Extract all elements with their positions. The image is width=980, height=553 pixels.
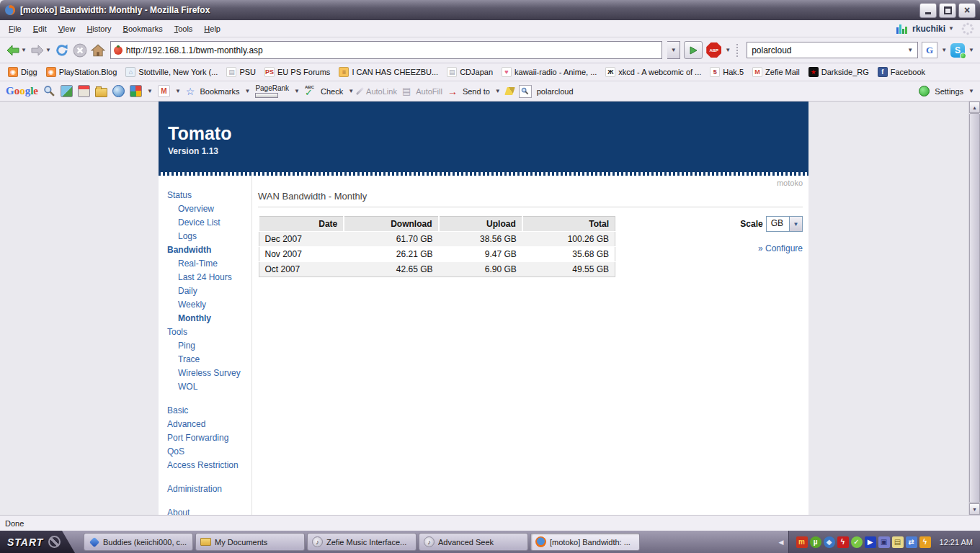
menu-item[interactable]: View	[53, 22, 81, 35]
menu-item[interactable]: File	[3, 22, 27, 35]
go-button[interactable]	[684, 41, 703, 59]
more-tools-dropdown[interactable]: ▼	[147, 88, 153, 94]
google-search-button[interactable]: G	[922, 42, 937, 58]
check-tray-icon[interactable]: ✓	[851, 536, 863, 548]
search-bar[interactable]: polarcloud ▼	[747, 42, 918, 58]
check-dropdown[interactable]: ▼	[348, 88, 354, 94]
url-bar[interactable]: http://192.168.1.1/bwm-monthly.asp	[110, 41, 662, 59]
sidebar-item[interactable]: Port Forwarding	[159, 431, 251, 445]
bookmark-item[interactable]: ≡ I CAN HAS CHEEZBU...	[335, 66, 442, 78]
utorrent-tray-icon[interactable]: µ	[810, 536, 821, 548]
sidebar-item[interactable]: Tools	[159, 325, 251, 339]
sidebar-item[interactable]: Wireless Survey	[159, 367, 251, 380]
bookmark-item[interactable]: ◉ PlayStation.Blog	[43, 66, 121, 78]
forward-button[interactable]: ▼	[30, 44, 51, 57]
search-icon[interactable]	[43, 85, 55, 97]
sidebar-item[interactable]: Monthly	[159, 312, 251, 325]
sidebar-item[interactable]: Real-Time	[159, 257, 251, 271]
sidebar-item[interactable]: WOL	[159, 380, 251, 394]
highlighter-icon[interactable]	[504, 87, 515, 95]
sendto-arrow-icon[interactable]: →	[447, 86, 458, 96]
taskbar-task-button[interactable]: Advanced Seek	[419, 533, 528, 551]
bolt-tray-icon[interactable]: ϟ	[919, 536, 931, 548]
taskbar-task-button[interactable]: [motoko] Bandwidth: ...	[530, 533, 640, 551]
minimize-button[interactable]	[919, 3, 937, 18]
sidebar-item[interactable]: Weekly	[159, 298, 251, 312]
spellcheck-icon[interactable]: ABC ✓	[305, 86, 316, 97]
scrollbar-thumb[interactable]	[969, 113, 980, 503]
url-dropdown-button[interactable]: ▼	[667, 41, 680, 59]
vertical-scrollbar[interactable]: ▲ ▼	[968, 102, 980, 515]
select-arrow-button[interactable]: ▼	[789, 217, 802, 231]
play-tray-icon[interactable]: ▶	[865, 536, 876, 548]
google-button-dropdown[interactable]: ▼	[941, 47, 947, 53]
taskbar-task-button[interactable]: Buddies (keiichi000, c...	[84, 533, 193, 551]
check-label[interactable]: Check	[321, 87, 343, 96]
monitor-tray-icon[interactable]: ▣	[878, 536, 890, 548]
mirc-tray-icon[interactable]: m	[796, 536, 808, 548]
bookmark-item[interactable]: ♥ kawaii-radio - Anime, ...	[498, 66, 600, 78]
groups-folder-icon[interactable]	[95, 88, 107, 97]
sync-tray-icon[interactable]: ⇄	[906, 536, 917, 548]
toolbar-grip[interactable]	[736, 44, 741, 57]
image-search-icon[interactable]	[61, 85, 73, 97]
bookmark-item[interactable]: ▤ PSU	[223, 66, 259, 78]
settings-dropdown[interactable]: ▼	[968, 88, 974, 94]
bookmarks-label[interactable]: Bookmarks	[200, 87, 239, 96]
gmail-icon[interactable]: M	[158, 85, 170, 97]
sendto-label[interactable]: Send to	[463, 87, 490, 96]
sidebar-item[interactable]: Administration	[159, 482, 251, 496]
sidebar-item[interactable]: Access Restriction	[159, 459, 251, 472]
bookmark-item[interactable]: PS EU PS Forums	[261, 66, 334, 78]
pointer-tray-icon[interactable]: ◆	[824, 536, 835, 548]
news-search-icon[interactable]	[78, 85, 90, 97]
bookmark-item[interactable]: ▤ CDJapan	[443, 66, 496, 78]
adblock-dropdown[interactable]: ▼	[725, 47, 731, 53]
menu-item[interactable]: Tools	[169, 22, 199, 35]
menu-item[interactable]: Help	[198, 22, 226, 35]
start-button[interactable]: START	[0, 531, 75, 553]
bookmark-item[interactable]: Ж xkcd - A webcomic of ...	[602, 66, 705, 78]
bookmark-item[interactable]: f Facebook	[874, 66, 929, 78]
scroll-down-button[interactable]: ▼	[969, 503, 980, 515]
menu-item[interactable]: History	[81, 22, 117, 35]
sidebar-item[interactable]: About	[159, 506, 251, 515]
reload-button[interactable]	[55, 43, 69, 58]
scroll-up-button[interactable]: ▲	[969, 102, 980, 113]
stop-button[interactable]	[73, 43, 87, 58]
search-dropdown[interactable]: ▼	[907, 47, 913, 53]
sidebar-item[interactable]: Trace	[159, 353, 251, 367]
skype-dropdown[interactable]: ▼	[968, 47, 974, 53]
search-input[interactable]: polarcloud	[752, 45, 907, 55]
sidebar-item[interactable]: Daily	[159, 284, 251, 298]
back-history-dropdown[interactable]: ▼	[21, 47, 27, 53]
forward-history-dropdown[interactable]: ▼	[45, 47, 51, 53]
tray-collapse-chevron[interactable]: ◀	[779, 539, 784, 546]
bookmark-item[interactable]: ★ Darkside_RG	[805, 66, 873, 78]
taskbar-task-button[interactable]: Zefie Music Interface...	[307, 533, 416, 551]
scale-select[interactable]: GB ▼	[766, 216, 803, 232]
skype-extension-icon[interactable]: S	[950, 43, 965, 58]
sidebar-item[interactable]: Logs	[159, 230, 251, 243]
lightning-tray-icon[interactable]: ϟ	[837, 536, 849, 548]
bookmark-item[interactable]: ◉ Digg	[4, 66, 41, 78]
settings-label[interactable]: Settings	[935, 87, 963, 96]
home-button[interactable]	[91, 43, 105, 58]
sidebar-item[interactable]: Device List	[159, 216, 251, 230]
doc-tray-icon[interactable]: ▤	[892, 536, 904, 548]
browse-icon[interactable]	[112, 85, 125, 97]
sendto-dropdown[interactable]: ▼	[495, 88, 501, 94]
adblock-plus-icon[interactable]: ABP	[706, 42, 721, 58]
taskbar-task-button[interactable]: My Documents	[195, 533, 305, 551]
sidebar-item[interactable]: Basic	[159, 404, 251, 418]
bookmark-item[interactable]: 5 Hak.5	[706, 66, 747, 78]
highlight-term[interactable]: polarcloud	[537, 87, 574, 96]
menu-item[interactable]: Edit	[27, 22, 53, 35]
account-menu[interactable]: rkuchiki ▼	[896, 24, 954, 34]
back-button[interactable]: ▼	[6, 44, 27, 57]
url-text[interactable]: http://192.168.1.1/bwm-monthly.asp	[126, 45, 263, 55]
configure-link[interactable]: » Configure	[758, 243, 803, 253]
menu-item[interactable]: Bookmarks	[117, 22, 169, 35]
bookmark-item[interactable]: M Zefie Mail	[749, 66, 803, 78]
sidebar-item[interactable]: Advanced	[159, 418, 251, 431]
